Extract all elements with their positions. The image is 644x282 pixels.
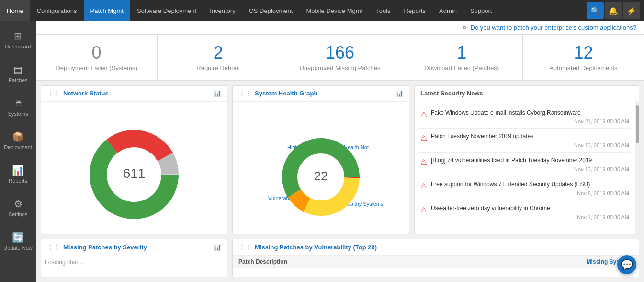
sidebar-label-update-now: Update Now (3, 245, 33, 251)
main-content: ✏ Do you want to patch your enterprise's… (36, 21, 644, 282)
stat-label-require-reboot: Require Reboot (196, 64, 240, 71)
update-icon: 🔄 (12, 232, 24, 243)
missing-patches-severity-header: ⋮⋮ Missing Patches by Severity 📊 (41, 239, 227, 255)
missing-patches-severity-title: ⋮⋮ Missing Patches by Severity (47, 243, 147, 251)
sidebar-item-reports[interactable]: 📊 Reports (0, 157, 36, 191)
stat-automated-deployments[interactable]: 12 Automated Deployments (523, 35, 644, 80)
drag-icon-health: ⋮⋮ (238, 90, 252, 97)
nav-tools[interactable]: Tools (369, 0, 397, 21)
alert-icon-5: ⚠ (420, 205, 427, 220)
stats-row: 0 Deployment Failed (Systems) 2 Require … (36, 35, 644, 81)
stat-download-failed[interactable]: 1 Download Failed (Patches) (401, 35, 523, 80)
vulnerability-table-header: Patch Description Missing Systems (233, 255, 639, 268)
security-news-header: Latest Security News (415, 86, 639, 101)
news-date-1: Nov 21, 2019 05:30 AM (431, 118, 629, 124)
health-donut-svg: Highly Vulne.. Vulnerabl.. Health Not.. … (239, 115, 402, 220)
sidebar-label-deployment: Deployment (4, 144, 32, 150)
nav-os-deployment[interactable]: OS Deployment (242, 0, 300, 21)
nav-configurations[interactable]: Configurations (30, 0, 84, 21)
news-date-5: Nov 1, 2019 05:30 AM (431, 214, 629, 220)
news-item-2[interactable]: ⚠ Patch Tuesday November 2019 updates No… (418, 129, 631, 153)
sidebar-label-reports: Reports (9, 178, 27, 184)
sidebar-item-update-now[interactable]: 🔄 Update Now (0, 224, 36, 258)
news-scroll-thumb[interactable] (636, 105, 639, 143)
alert-icon-1: ⚠ (420, 110, 427, 125)
systems-icon: 🖥 (13, 98, 23, 109)
sidebar-label-dashboard: Dashboard (5, 44, 31, 49)
nav-home[interactable]: Home (0, 0, 30, 21)
system-health-header: ⋮⋮ System Health Graph 📊 (233, 86, 409, 102)
chat-button[interactable]: 💬 (617, 255, 636, 274)
network-status-title-text: Network Status (63, 90, 109, 97)
nav-inventory[interactable]: Inventory (203, 0, 242, 21)
network-status-panel: ⋮⋮ Network Status 📊 Missing Pat.. 166 In… (41, 85, 227, 234)
sidebar-label-patches: Patches (9, 77, 28, 83)
stat-unapproved-missing[interactable]: 166 Unapproved Missing Patches (279, 35, 401, 80)
news-scrollbar[interactable] (635, 101, 639, 234)
stat-number-unapproved-missing: 166 (326, 43, 354, 62)
news-item-1[interactable]: ⚠ Fake Windows Update e-mail installs Cy… (418, 105, 631, 129)
custom-app-link[interactable]: Do you want to patch your enterprise's c… (471, 24, 636, 31)
news-content-3: [Blog] 74 vulnerabilities fixed in Patch… (431, 156, 629, 172)
top-nav-icons: 🔍 🔔 ⚡ (587, 2, 644, 19)
panels-row-top: ⋮⋮ Network Status 📊 Missing Pat.. 166 In… (36, 81, 644, 239)
news-date-2: Nov 13, 2019 05:30 AM (431, 142, 629, 148)
notification-icon[interactable]: 🔔 (605, 2, 622, 19)
nav-software-deployment[interactable]: Software Deployment (130, 0, 203, 21)
stat-require-reboot[interactable]: 2 Require Reboot (158, 35, 279, 80)
drag-icon-vuln: ⋮⋮ (238, 243, 252, 251)
nav-support[interactable]: Support (463, 0, 499, 21)
nav-admin[interactable]: Admin (432, 0, 463, 21)
news-content-1: Fake Windows Update e-mail installs Cybo… (431, 109, 629, 125)
settings-icon: ⚙ (14, 198, 23, 210)
stat-label-unapproved-missing: Unapproved Missing Patches (299, 64, 380, 71)
bolt-icon[interactable]: ⚡ (623, 2, 640, 19)
severity-title-text: Missing Patches by Severity (63, 244, 147, 251)
chart-icon-health: 📊 (395, 90, 403, 97)
news-content-2: Patch Tuesday November 2019 updates Nov … (431, 132, 629, 148)
security-news-panel: Latest Security News ⚠ Fake Windows Upda… (414, 85, 639, 234)
sidebar-item-dashboard[interactable]: ⊞ Dashboard (0, 23, 36, 57)
nav-patch-mgmt[interactable]: Patch Mgmt (84, 0, 130, 21)
news-title-5: Use-after-free zero day vulnerability in… (431, 204, 629, 212)
news-title-4: Free support for Windows 7 Extended Secu… (431, 180, 629, 188)
search-icon[interactable]: 🔍 (587, 2, 604, 19)
panels-row-bottom: ⋮⋮ Missing Patches by Severity 📊 Loading… (36, 239, 644, 282)
stat-number-require-reboot: 2 (214, 43, 223, 62)
sidebar-item-patches[interactable]: ▤ Patches (0, 57, 36, 90)
nav-reports[interactable]: Reports (397, 0, 433, 21)
alert-icon-3: ⚠ (420, 157, 427, 172)
sidebar: ⊞ Dashboard ▤ Patches 🖥 Systems 📦 Deploy… (0, 21, 36, 282)
alert-icon-4: ⚠ (420, 181, 427, 196)
alert-icon-2: ⚠ (420, 133, 427, 148)
sidebar-label-settings: Settings (9, 212, 28, 217)
sidebar-label-systems: Systems (8, 111, 28, 117)
news-item-5[interactable]: ⚠ Use-after-free zero day vulnerability … (418, 200, 631, 224)
dashboard-icon: ⊞ (14, 30, 22, 42)
sidebar-item-deployment[interactable]: 📦 Deployment (0, 124, 36, 157)
news-content-4: Free support for Windows 7 Extended Secu… (431, 180, 629, 196)
network-status-title: ⋮⋮ Network Status (47, 90, 109, 97)
missing-patches-vulnerability-panel: ⋮⋮ Missing Patches by Vulnerability (Top… (232, 239, 639, 277)
sidebar-item-settings[interactable]: ⚙ Settings (0, 191, 36, 224)
system-health-title-text: System Health Graph (255, 90, 318, 97)
stat-number-deployment-failed: 0 (92, 43, 102, 62)
stat-number-download-failed: 1 (457, 43, 466, 62)
news-content-5: Use-after-free zero day vulnerability in… (431, 204, 629, 220)
pencil-icon: ✏ (463, 24, 468, 31)
sidebar-item-systems[interactable]: 🖥 Systems (0, 90, 36, 124)
missing-patches-vulnerability-header: ⋮⋮ Missing Patches by Vulnerability (Top… (233, 239, 639, 255)
col-patch-description: Patch Description (238, 258, 287, 265)
system-health-chart: Highly Vulne.. Vulnerabl.. Health Not.. … (233, 102, 409, 234)
system-health-panel: ⋮⋮ System Health Graph 📊 Highly Vulne.. … (232, 85, 409, 234)
network-center-value: 611 (123, 166, 146, 181)
nav-mobile-device-mgmt[interactable]: Mobile Device Mgmt (299, 0, 369, 21)
missing-patches-vulnerability-title: ⋮⋮ Missing Patches by Vulnerability (Top… (238, 243, 377, 251)
network-status-header: ⋮⋮ Network Status 📊 (41, 86, 227, 102)
news-item-4[interactable]: ⚠ Free support for Windows 7 Extended Se… (418, 176, 631, 200)
news-item-3[interactable]: ⚠ [Blog] 74 vulnerabilities fixed in Pat… (418, 153, 631, 176)
stat-deployment-failed[interactable]: 0 Deployment Failed (Systems) (36, 35, 158, 80)
vulnerability-title-text: Missing Patches by Vulnerability (Top 20… (255, 244, 377, 251)
top-navigation: Home Configurations Patch Mgmt Software … (0, 0, 644, 21)
drag-icon-severity: ⋮⋮ (47, 243, 60, 251)
